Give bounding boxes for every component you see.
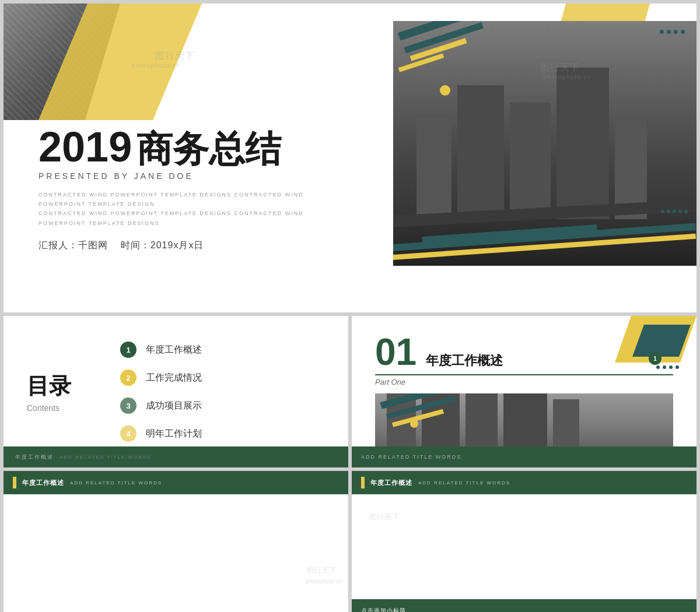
slide3-subtitle: Part One [375,378,673,386]
slide1-main-title: 2019 商务总结 [38,126,342,168]
slide1-city-photo [393,21,696,266]
dot-3 [674,30,678,34]
slide3-underline [375,374,673,375]
dot-4 [681,30,685,34]
slide4-header-en: ADD RELATED TITLE WORDS [70,480,162,486]
slide2-item-text-2: 工作完成情况 [146,372,202,384]
slide-2-contents: 目录 Contents 1 年度工作概述 2 工作完成情况 3 成功项目展示 4 [4,316,348,467]
slide2-title-cn: 目录 [27,371,97,401]
slide4-yellow-accent [13,477,16,488]
slide3-bottom-label: ADD RELATED TITLE WORDS [361,454,461,460]
presentation-grid: 2019 商务总结 PRESENTED BY JANE DOE CONTRACT… [0,0,700,612]
dot-row-top [660,30,685,34]
slide2-item-3: 3 成功项目展示 [120,398,325,414]
slide-1-cover: 2019 商务总结 PRESENTED BY JANE DOE CONTRACT… [4,3,696,312]
slide2-bottom-sub: ADD RELATED TITLE WORDS [60,455,152,460]
slide2-item-4: 4 明年工作计划 [120,425,325,442]
dot-b2 [667,210,670,213]
slide2-items-list: 1 年度工作概述 2 工作完成情况 3 成功项目展示 4 明年工作计划 [120,342,325,442]
dot-2 [667,30,671,34]
slide3-dot-row [656,365,679,369]
building-2 [457,85,504,231]
slide2-num-4: 4 [120,425,136,442]
slide2-num-2: 2 [120,370,136,386]
s3-dot-1 [656,365,660,369]
slide2-item-text-4: 明年工作计划 [146,428,202,440]
slide1-description: CONTRACTED WIND POWERPOINT TEMPLATE DESI… [38,190,342,228]
slide1-title-area: 2019 商务总结 PRESENTED BY JANE DOE CONTRACT… [38,126,342,252]
dot-b4 [678,210,682,213]
dot-b1 [661,210,664,213]
slide5-watermark: 图行天下 [369,512,400,522]
slide3-geo-top [603,316,696,374]
dot-b5 [684,210,688,213]
s3-dot-3 [669,365,673,369]
slide4-body: 图行天下 photophoto.cn [4,494,348,612]
mini-yellow-dot [410,420,418,428]
slide2-bottom-label: 年度工作概述 [15,453,54,461]
slide5-body: 图行天下 [352,494,696,599]
slide-4-section: 年度工作概述 ADD RELATED TITLE WORDS 图行天下 phot… [4,471,348,612]
slide1-subtitle: PRESENTED BY JANE DOE [38,171,342,181]
slide1-year: 2019 [38,126,132,168]
slide2-item-text-1: 年度工作概述 [146,344,202,356]
s3-dot-2 [663,365,666,369]
slide4-header-bar: 年度工作概述 ADD RELATED TITLE WORDS [4,471,348,494]
slide1-title-cn: 商务总结 [136,131,281,167]
dot-b3 [673,210,676,213]
slide2-content: 目录 Contents 1 年度工作概述 2 工作完成情况 3 成功项目展示 4 [4,316,348,467]
slide3-number: 01 [375,333,416,371]
yellow-dot-city [440,85,450,96]
dot-row-bottom [661,210,688,213]
slide2-title-en: Contents [27,403,97,413]
slide3-green-dot: 1 [649,352,662,365]
slide3-bottom-bar: ADD RELATED TITLE WORDS [352,446,696,467]
slide5-click-text[interactable]: 点击添加小标题 [361,607,406,612]
slide2-num-1: 1 [120,342,136,358]
slide2-item-1: 1 年度工作概述 [120,342,325,358]
slide5-yellow-accent [361,477,365,488]
slide5-header-cn: 年度工作概述 [370,479,412,487]
slide2-title-block: 目录 Contents [27,371,97,413]
slide-5-section: 年度工作概述 ADD RELATED TITLE WORDS 图行天下 点击添加… [352,471,696,612]
slide3-title-cn: 年度工作概述 [426,352,503,370]
slide2-num-3: 3 [120,398,136,414]
slide3-content: 01 年度工作概述 Part One 1 [352,316,696,467]
slide5-bottom-green: 点击添加小标题 [352,599,696,612]
dot-1 [660,30,664,34]
slide2-bottom-bar: 年度工作概述 ADD RELATED TITLE WORDS [4,446,348,467]
slide4-watermark: 图行天下 [306,565,337,576]
slide5-header-en: ADD RELATED TITLE WORDS [418,480,510,486]
slide2-item-2: 2 工作完成情况 [120,370,325,386]
slide1-reporter: 汇报人：千图网 时间：2019x月x日 [38,240,342,252]
slide2-item-text-3: 成功项目展示 [146,400,202,412]
slide5-header-bar: 年度工作概述 ADD RELATED TITLE WORDS [352,471,696,494]
s3-dot-4 [676,365,679,369]
slide4-watermark-2: photophoto.cn [306,578,342,585]
slide4-header-cn: 年度工作概述 [22,479,64,487]
slide-3-annual-overview: 01 年度工作概述 Part One 1 [352,316,696,467]
